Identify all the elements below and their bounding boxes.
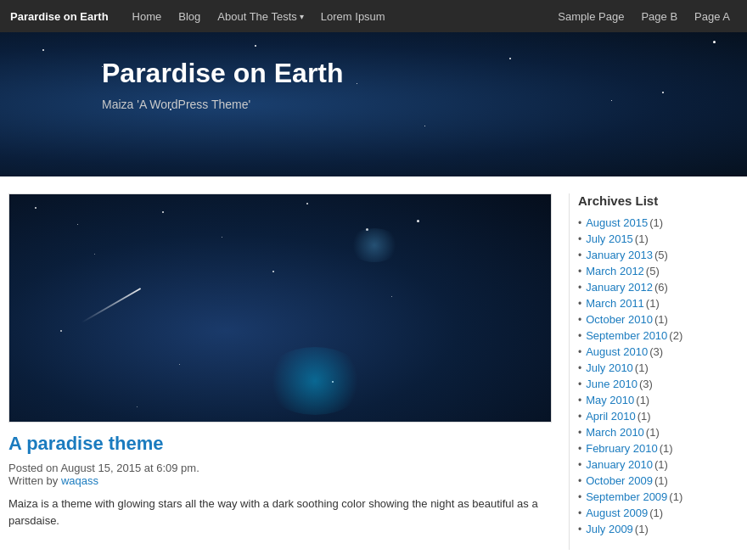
primary-content: A paradise theme Posted on August 15, 20… <box>8 193 569 550</box>
archive-link[interactable]: March 2012 <box>586 265 644 277</box>
archive-link[interactable]: January 2013 <box>586 249 653 261</box>
archive-link[interactable]: October 2010 <box>586 313 653 326</box>
archive-count: (1) <box>654 474 668 487</box>
archive-list-item: March 2011 (1) <box>578 297 739 310</box>
star <box>662 92 664 93</box>
site-title: Parardise on Earth <box>102 58 730 89</box>
archive-link[interactable]: April 2010 <box>586 410 636 423</box>
archive-list-item: July 2015 (1) <box>578 232 739 245</box>
nav-link-home[interactable]: Home <box>126 10 169 23</box>
archive-link[interactable]: August 2015 <box>586 216 648 229</box>
archive-link[interactable]: March 2010 <box>586 426 644 439</box>
post-author-link[interactable]: waqass <box>61 474 98 487</box>
archive-list-item: October 2010 (1) <box>578 313 739 326</box>
dropdown-arrow-icon: ▾ <box>300 12 304 21</box>
img-star <box>222 237 222 238</box>
archive-count: (1) <box>649 216 663 229</box>
archive-link[interactable]: June 2010 <box>586 378 637 390</box>
nav-link-blog[interactable]: Blog <box>171 10 207 23</box>
archive-link[interactable]: February 2010 <box>586 442 658 455</box>
archive-list-item: July 2009 (1) <box>578 523 739 535</box>
archive-list-item: May 2010 (1) <box>578 394 739 406</box>
nav-site-name[interactable]: Parardise on Earth <box>10 10 109 23</box>
nav-right-links: Sample PagePage BPage A <box>551 10 737 23</box>
post-title[interactable]: A paradise theme <box>8 433 552 455</box>
archive-count: (6) <box>654 281 668 294</box>
sidebar: Archives List August 2015 (1)July 2015 (… <box>569 193 739 550</box>
archive-list-item: January 2010 (1) <box>578 458 739 471</box>
archive-list-item: July 2010 (1) <box>578 361 739 374</box>
archive-count: (1) <box>669 490 682 503</box>
archive-list-item: September 2010 (2) <box>578 329 739 342</box>
archive-count: (2) <box>669 329 682 342</box>
nav-link-lorem-ipsum[interactable]: Lorem Ipsum <box>314 10 392 23</box>
archive-link[interactable]: August 2010 <box>586 345 648 358</box>
archive-count: (1) <box>646 297 660 310</box>
archive-list-item: September 2009 (1) <box>578 490 739 503</box>
img-star <box>77 224 78 225</box>
img-star <box>179 364 180 365</box>
nav-link-about-the-tests[interactable]: About The Tests▾ <box>211 10 310 23</box>
navigation-bar: Parardise on Earth HomeBlogAbout The Tes… <box>0 0 747 32</box>
archives-title: Archives List <box>578 193 739 208</box>
archive-list-item: October 2009 (1) <box>578 474 739 487</box>
img-star <box>162 211 164 213</box>
img-star <box>391 296 392 297</box>
archive-link[interactable]: January 2012 <box>586 281 653 294</box>
post-date-label: Posted on August 15, 2015 at 6:09 pm. <box>8 462 199 474</box>
written-by-label: Written by <box>8 474 58 487</box>
star <box>255 45 256 47</box>
archive-count: (1) <box>654 458 668 471</box>
archive-list-item: August 2009 (1) <box>578 507 739 519</box>
archive-link[interactable]: September 2009 <box>586 490 667 503</box>
site-tagline: Maiza 'A WordPress Theme' <box>102 98 730 111</box>
archive-count: (1) <box>654 313 668 326</box>
archive-link[interactable]: July 2009 <box>586 523 633 535</box>
archive-count: (5) <box>646 265 660 277</box>
nav-links: HomeBlogAbout The Tests▾Lorem Ipsum <box>126 10 552 23</box>
archive-count: (1) <box>646 426 660 439</box>
archive-link[interactable]: May 2010 <box>586 394 634 406</box>
nav-right-link-sample-page[interactable]: Sample Page <box>551 10 631 23</box>
star <box>42 49 44 51</box>
star <box>713 41 716 43</box>
img-star <box>35 207 37 209</box>
archive-link[interactable]: October 2009 <box>586 474 653 487</box>
post-featured-image <box>8 193 552 423</box>
shooting-star <box>81 288 141 323</box>
archive-link[interactable]: July 2010 <box>586 361 633 374</box>
archive-count: (1) <box>637 410 651 423</box>
archives-list: August 2015 (1)July 2015 (1)January 2013… <box>578 216 739 535</box>
archive-count: (3) <box>649 345 663 358</box>
archive-link[interactable]: January 2010 <box>586 458 653 471</box>
archive-list-item: January 2013 (5) <box>578 249 739 261</box>
img-star <box>272 271 274 272</box>
star <box>424 126 425 126</box>
archive-list-item: August 2010 (3) <box>578 345 739 358</box>
archive-count: (3) <box>639 378 653 390</box>
img-star <box>94 254 95 255</box>
img-star <box>417 220 419 222</box>
archive-link[interactable]: March 2011 <box>586 297 644 310</box>
archive-list-item: August 2015 (1) <box>578 216 739 229</box>
img-star <box>306 203 308 204</box>
archive-count: (1) <box>635 232 649 245</box>
archive-link[interactable]: August 2009 <box>586 507 648 519</box>
nav-right-link-page-a[interactable]: Page A <box>688 10 737 23</box>
archive-link[interactable]: September 2010 <box>586 329 667 342</box>
archive-count: (1) <box>660 442 673 455</box>
archive-count: (1) <box>635 361 649 374</box>
glow-spot <box>264 347 366 415</box>
archive-list-item: January 2012 (6) <box>578 281 739 294</box>
archive-list-item: June 2010 (3) <box>578 378 739 390</box>
nav-right-link-page-b[interactable]: Page B <box>634 10 684 23</box>
archive-list-item: March 2012 (5) <box>578 265 739 277</box>
site-header: Parardise on Earth Maiza 'A WordPress Th… <box>0 32 747 176</box>
img-star <box>60 330 62 332</box>
archive-link[interactable]: July 2015 <box>586 232 633 245</box>
archive-count: (1) <box>635 523 649 535</box>
img-star <box>137 406 138 407</box>
archive-list-item: April 2010 (1) <box>578 410 739 423</box>
archive-list-item: February 2010 (1) <box>578 442 739 455</box>
archive-list-item: March 2010 (1) <box>578 426 739 439</box>
